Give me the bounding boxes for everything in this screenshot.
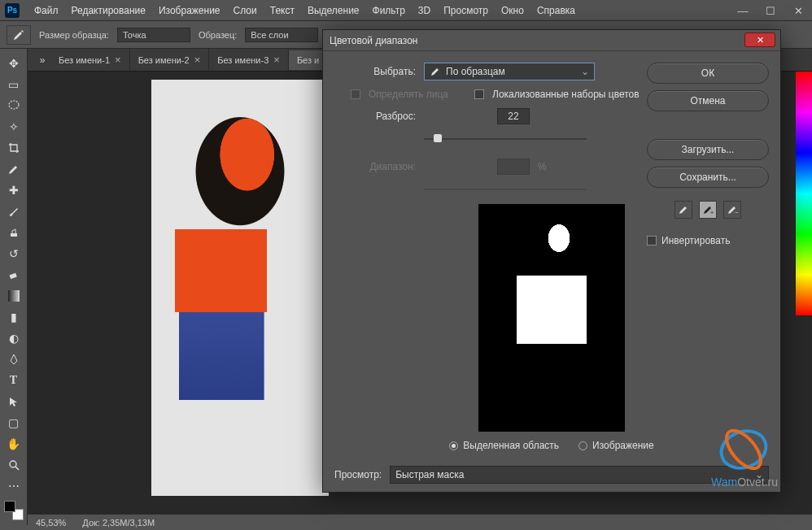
preview-mask-image	[478, 204, 625, 432]
eyedropper-sample-icon[interactable]	[674, 201, 692, 219]
radio-icon	[449, 441, 458, 450]
range-unit: %	[538, 161, 547, 172]
select-label: Выбрать:	[334, 66, 416, 77]
preview-mode-label: Просмотр:	[334, 469, 382, 480]
invert-row[interactable]: Инвертировать	[647, 235, 769, 246]
sample-size-label: Размер образца:	[39, 30, 109, 40]
brush-tool-icon[interactable]	[3, 202, 24, 221]
ok-button[interactable]: ОК	[647, 63, 769, 84]
document-canvas[interactable]	[151, 80, 329, 496]
rectangle-tool-icon[interactable]: ▢	[3, 413, 24, 432]
pen-tool-icon[interactable]	[3, 350, 24, 369]
tools-panel: ✥ ▭ ✧ ✚ ↺ ▮ ◐ T ▢ ✋ ⋯	[0, 49, 28, 525]
svg-text:+: +	[710, 210, 714, 215]
save-button[interactable]: Сохранить...	[647, 167, 769, 188]
type-tool-icon[interactable]: T	[3, 371, 24, 390]
lasso-tool-icon[interactable]	[3, 96, 24, 115]
svg-line-5	[15, 467, 19, 470]
radio-selection[interactable]: Выделенная область	[449, 440, 559, 451]
dialog-close-button[interactable]: ✕	[744, 33, 775, 47]
close-icon[interactable]: ×	[194, 54, 201, 66]
close-button[interactable]: ✕	[784, 0, 812, 21]
svg-rect-3	[8, 290, 20, 302]
fuzziness-slider[interactable]	[424, 132, 587, 146]
range-input	[497, 159, 530, 175]
invert-label: Инвертировать	[661, 235, 731, 246]
photoshop-logo-icon: Ps	[5, 3, 20, 18]
document-tab[interactable]: Без имени-2×	[130, 49, 210, 71]
menu-3d[interactable]: 3D	[412, 2, 437, 20]
dialog-titlebar[interactable]: Цветовой диапазон ✕	[323, 30, 780, 51]
document-tab[interactable]: Без имени-3×	[209, 49, 289, 71]
sample-size-select[interactable]: Точка	[117, 28, 190, 42]
svg-point-0	[9, 101, 19, 109]
svg-rect-1	[11, 233, 17, 237]
history-brush-tool-icon[interactable]: ↺	[3, 244, 24, 263]
minimize-button[interactable]: —	[729, 0, 757, 21]
range-slider	[424, 183, 587, 196]
localized-colors-label: Локализованные наборы цветов	[492, 89, 640, 100]
menu-window[interactable]: Окно	[495, 2, 530, 20]
menu-image[interactable]: Изображение	[152, 2, 227, 20]
radio-icon	[578, 441, 587, 450]
detect-faces-checkbox	[351, 89, 360, 99]
edit-toolbar-icon[interactable]: ⋯	[3, 476, 24, 496]
radio-image[interactable]: Изображение	[578, 440, 654, 451]
document-tab[interactable]: Без имени-1×	[50, 49, 130, 71]
watermark: WamOtvet.ru	[711, 425, 778, 489]
dodge-tool-icon[interactable]: ◐	[3, 328, 24, 348]
range-label: Диапазон:	[334, 161, 416, 172]
close-icon[interactable]: ×	[273, 54, 280, 66]
quick-select-tool-icon[interactable]: ✧	[3, 117, 24, 137]
maximize-button[interactable]: ☐	[757, 0, 784, 21]
healing-brush-tool-icon[interactable]: ✚	[3, 180, 24, 200]
fuzziness-label: Разброс:	[334, 111, 416, 122]
menu-edit[interactable]: Редактирование	[65, 2, 152, 20]
blur-tool-icon[interactable]: ▮	[3, 307, 24, 327]
hue-strip[interactable]	[796, 72, 812, 315]
eyedropper-preview-icon[interactable]	[7, 25, 31, 45]
load-button[interactable]: Загрузить...	[647, 139, 769, 160]
chevron-down-icon: ⌄	[581, 66, 589, 77]
menu-view[interactable]: Просмотр	[437, 2, 495, 20]
marquee-tool-icon[interactable]: ▭	[3, 75, 24, 94]
selection-preview[interactable]	[478, 204, 625, 432]
menu-select[interactable]: Выделение	[301, 2, 366, 20]
menu-file[interactable]: Файл	[28, 2, 65, 20]
eraser-tool-icon[interactable]	[3, 265, 24, 285]
menu-help[interactable]: Справка	[530, 2, 582, 20]
eyedropper-icon	[430, 66, 441, 77]
eyedropper-subtract-icon[interactable]: −	[723, 201, 741, 219]
tabs-menu-icon[interactable]: »	[34, 54, 50, 66]
dialog-title-text: Цветовой диапазон	[330, 35, 417, 46]
svg-rect-2	[9, 273, 16, 279]
sample-source-select[interactable]: Все слои	[245, 28, 318, 42]
invert-checkbox[interactable]	[647, 236, 657, 245]
zoom-tool-icon[interactable]	[3, 455, 24, 475]
localized-colors-checkbox[interactable]	[474, 89, 484, 99]
menu-layer[interactable]: Слои	[227, 2, 264, 20]
select-dropdown[interactable]: По образцам ⌄	[424, 63, 595, 80]
eyedropper-tool-icon[interactable]	[3, 159, 24, 179]
move-tool-icon[interactable]: ✥	[3, 54, 24, 73]
sample-source-label: Образец:	[199, 30, 237, 40]
zoom-level[interactable]: 45,53%	[36, 518, 66, 528]
color-panel-strip	[796, 72, 812, 494]
window-controls: — ☐ ✕	[729, 0, 812, 21]
document-size: Док: 2,35M/3,13M	[82, 518, 155, 528]
menu-filter[interactable]: Фильтр	[366, 2, 412, 20]
menu-type[interactable]: Текст	[264, 2, 301, 20]
gradient-tool-icon[interactable]	[3, 286, 24, 306]
foreground-background-swatch[interactable]	[4, 501, 24, 520]
crop-tool-icon[interactable]	[3, 138, 24, 158]
svg-point-9	[720, 425, 766, 474]
eyedropper-add-icon[interactable]: +	[699, 201, 717, 219]
watermark-logo-icon	[711, 425, 776, 474]
status-bar: 45,53% Док: 2,35M/3,13M	[28, 514, 812, 530]
close-icon[interactable]: ×	[115, 54, 121, 66]
cancel-button[interactable]: Отмена	[647, 90, 769, 111]
clone-stamp-tool-icon[interactable]	[3, 223, 24, 242]
path-select-tool-icon[interactable]	[3, 392, 24, 411]
hand-tool-icon[interactable]: ✋	[3, 434, 24, 454]
fuzziness-input[interactable]	[497, 108, 530, 124]
